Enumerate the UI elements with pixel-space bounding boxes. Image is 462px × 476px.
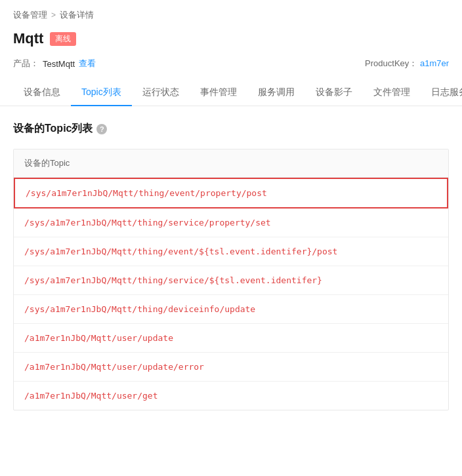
product-label: 产品： bbox=[13, 58, 39, 69]
table-row[interactable]: /sys/a1m7er1nJbQ/Mqtt/thing/deviceinfo/u… bbox=[14, 295, 448, 324]
tab-topic-list[interactable]: Topic列表 bbox=[71, 80, 132, 106]
tab-run-status[interactable]: 运行状态 bbox=[132, 80, 190, 106]
product-key-label: ProductKey： bbox=[365, 58, 417, 68]
tab-service-call[interactable]: 服务调用 bbox=[247, 80, 305, 106]
table-row[interactable]: /sys/a1m7er1nJbQ/Mqtt/thing/event/${tsl.… bbox=[14, 237, 448, 266]
topic-table: 设备的Topic /sys/a1m7er1nJbQ/Mqtt/thing/eve… bbox=[13, 149, 449, 410]
tab-device-shadow[interactable]: 设备影子 bbox=[305, 80, 363, 106]
table-row[interactable]: /sys/a1m7er1nJbQ/Mqtt/thing/service/${ts… bbox=[14, 266, 448, 295]
page-header: Mqtt 离线 bbox=[0, 28, 462, 55]
tabs: 设备信息 Topic列表 运行状态 事件管理 服务调用 设备影子 文件管理 日志… bbox=[0, 80, 462, 106]
product-info-left: 产品： TestMqtt 查看 bbox=[13, 58, 96, 69]
topic-row-highlighted[interactable]: /sys/a1m7er1nJbQ/Mqtt/thing/event/proper… bbox=[14, 178, 448, 208]
topic-table-header: 设备的Topic bbox=[14, 149, 448, 178]
table-row[interactable]: /a1m7er1nJbQ/Mqtt/user/get bbox=[14, 382, 448, 410]
product-info: 产品： TestMqtt 查看 ProductKey： a1m7er bbox=[0, 55, 462, 80]
table-row[interactable]: /a1m7er1nJbQ/Mqtt/user/update bbox=[14, 324, 448, 353]
page-title: Mqtt bbox=[13, 30, 43, 47]
tab-device-info[interactable]: 设备信息 bbox=[13, 80, 71, 106]
tab-file-management[interactable]: 文件管理 bbox=[363, 80, 421, 106]
breadcrumb-parent[interactable]: 设备管理 bbox=[13, 9, 47, 21]
product-name: TestMqtt bbox=[43, 59, 75, 69]
content: 设备的Topic列表 ? 设备的Topic /sys/a1m7er1nJbQ/M… bbox=[0, 106, 462, 426]
section-title-text: 设备的Topic列表 bbox=[13, 122, 93, 136]
help-icon[interactable]: ? bbox=[96, 124, 107, 134]
table-row[interactable]: /a1m7er1nJbQ/Mqtt/user/update/error bbox=[14, 353, 448, 382]
breadcrumb-current: 设备详情 bbox=[60, 9, 94, 21]
topic-row-text: /sys/a1m7er1nJbQ/Mqtt/thing/event/proper… bbox=[15, 179, 447, 207]
table-row[interactable]: /sys/a1m7er1nJbQ/Mqtt/thing/service/prop… bbox=[14, 208, 448, 237]
status-badge: 离线 bbox=[50, 32, 76, 46]
product-key-section: ProductKey： a1m7er bbox=[365, 58, 449, 69]
breadcrumb: 设备管理 > 设备详情 bbox=[0, 0, 462, 28]
tab-event-management[interactable]: 事件管理 bbox=[190, 80, 247, 106]
breadcrumb-separator: > bbox=[51, 10, 56, 20]
tab-log-service[interactable]: 日志服务 bbox=[421, 80, 462, 106]
product-key-value: a1m7er bbox=[420, 58, 449, 68]
product-view-link[interactable]: 查看 bbox=[79, 58, 96, 69]
section-title: 设备的Topic列表 ? bbox=[13, 122, 449, 136]
